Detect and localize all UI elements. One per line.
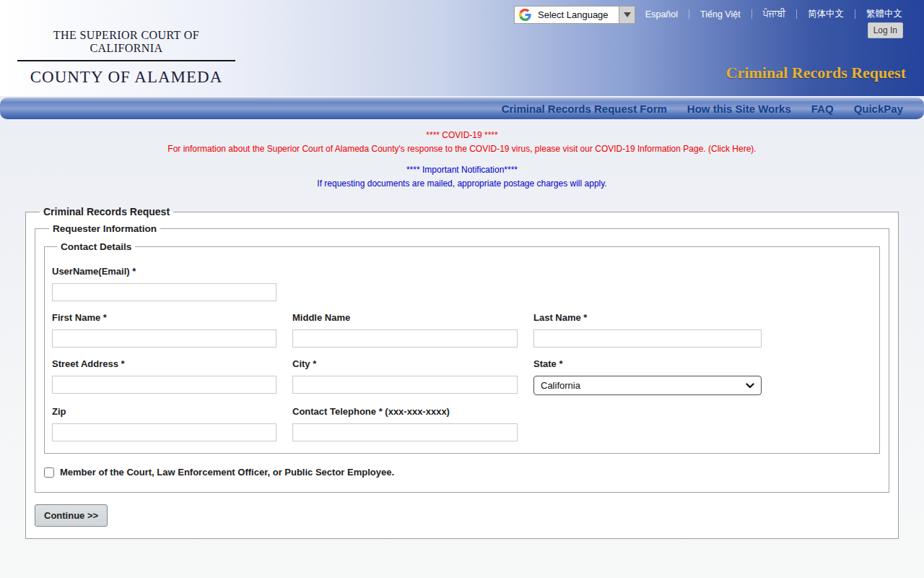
- username-label: UserName(Email) *: [52, 266, 276, 277]
- court-name-line1: THE SUPERIOR COURT OF CALIFORNIA: [17, 29, 235, 61]
- username-field-group: UserName(Email) *: [52, 255, 276, 301]
- dropdown-arrow-icon: [624, 12, 631, 17]
- separator: [855, 9, 855, 19]
- member-checkbox-label: Member of the Court, Law Enforcement Off…: [60, 467, 394, 478]
- phone-label: Contact Telephone * (xxx-xxx-xxxx): [292, 406, 518, 417]
- legend-criminal-records-request: Criminal Records Request: [40, 206, 173, 217]
- google-translate-widget[interactable]: Select Language: [514, 6, 635, 24]
- covid-notice-body: For information about the Superior Court…: [0, 144, 924, 154]
- form-row-name: First Name * Middle Name Last Name *: [52, 301, 872, 348]
- important-notification-title: **** Important Notification****: [0, 165, 924, 175]
- notices-block: **** COVID-19 **** For information about…: [0, 131, 924, 189]
- zip-field-group: Zip: [52, 395, 276, 441]
- fieldset-criminal-records-request: Criminal Records Request Requester Infor…: [25, 206, 899, 539]
- phone-input[interactable]: [292, 423, 518, 441]
- member-checkbox[interactable]: [44, 467, 54, 478]
- lang-link-traditional-chinese[interactable]: 繁體中文: [866, 8, 902, 20]
- criminal-records-request-form: Criminal Records Request Requester Infor…: [25, 206, 899, 539]
- street-address-label: Street Address *: [52, 358, 276, 369]
- translate-label: Select Language: [538, 9, 619, 20]
- last-name-label: Last Name *: [533, 312, 762, 323]
- important-notification-body: If requesting documents are mailed, appr…: [0, 179, 924, 189]
- nav-item-how-this-site-works[interactable]: How this Site Works: [687, 103, 791, 115]
- google-logo-icon: [519, 9, 531, 21]
- form-row-address: Street Address * City * State * Californ…: [52, 348, 872, 395]
- city-input[interactable]: [292, 376, 518, 394]
- main-navbar: Criminal Records Request Form How this S…: [0, 98, 924, 119]
- lang-link-punjabi[interactable]: ਪੰਜਾਬੀ: [763, 9, 785, 20]
- separator: [689, 9, 689, 19]
- state-select[interactable]: California: [533, 376, 762, 395]
- city-label: City *: [292, 358, 518, 369]
- page-title: Criminal Records Request: [726, 64, 906, 82]
- fieldset-requester-information: Requester Information Contact Details Us…: [35, 223, 889, 493]
- legend-contact-details: Contact Details: [57, 241, 135, 252]
- covid-notice-text: For information about the Superior Court…: [167, 144, 595, 154]
- zip-input[interactable]: [52, 423, 276, 441]
- continue-button[interactable]: Continue >>: [35, 504, 108, 527]
- first-name-label: First Name *: [52, 312, 276, 323]
- translate-dropdown-button[interactable]: [619, 7, 635, 23]
- member-checkbox-row: Member of the Court, Law Enforcement Off…: [44, 467, 880, 478]
- city-field-group: City *: [292, 348, 518, 395]
- street-address-input[interactable]: [52, 376, 276, 394]
- last-name-input[interactable]: [533, 329, 762, 348]
- state-select-value: California: [541, 380, 580, 391]
- court-name-line2: COUNTY OF ALAMEDA: [17, 68, 235, 87]
- covid-info-page-link[interactable]: COVID-19 Information Page. (Click Here).: [595, 144, 756, 154]
- middle-name-label: Middle Name: [292, 312, 518, 323]
- separator: [796, 9, 797, 19]
- street-address-field-group: Street Address *: [52, 348, 276, 395]
- state-field-group: State * California: [533, 348, 762, 395]
- chevron-down-icon: [746, 383, 754, 389]
- covid-notice-title: **** COVID-19 ****: [0, 131, 924, 140]
- nav-item-faq[interactable]: FAQ: [811, 103, 834, 115]
- form-row-username: UserName(Email) *: [52, 255, 872, 301]
- lang-link-simplified-chinese[interactable]: 简体中文: [808, 8, 844, 20]
- separator: [751, 9, 752, 19]
- language-links: Español Tiếng Việt ਪੰਜਾਬੀ 简体中文 繁體中文: [645, 8, 902, 20]
- fieldset-contact-details: Contact Details UserName(Email) * First …: [44, 241, 880, 454]
- legend-requester-information: Requester Information: [49, 223, 160, 234]
- form-row-zip-phone: Zip Contact Telephone * (xxx-xxx-xxxx): [52, 395, 872, 441]
- phone-field-group: Contact Telephone * (xxx-xxx-xxxx): [292, 395, 518, 441]
- middle-name-field-group: Middle Name: [292, 301, 518, 348]
- first-name-field-group: First Name *: [52, 301, 276, 348]
- nav-item-criminal-records-request-form[interactable]: Criminal Records Request Form: [502, 103, 667, 115]
- state-label: State *: [533, 358, 762, 369]
- middle-name-input[interactable]: [292, 329, 518, 348]
- lang-link-spanish[interactable]: Español: [645, 9, 678, 20]
- username-input[interactable]: [52, 283, 276, 301]
- zip-label: Zip: [52, 406, 276, 417]
- login-button[interactable]: Log In: [868, 22, 903, 38]
- last-name-field-group: Last Name *: [533, 301, 762, 348]
- lang-link-vietnamese[interactable]: Tiếng Việt: [700, 9, 741, 20]
- page-header: THE SUPERIOR COURT OF CALIFORNIA COUNTY …: [0, 0, 924, 96]
- first-name-input[interactable]: [52, 329, 276, 348]
- court-logo: THE SUPERIOR COURT OF CALIFORNIA COUNTY …: [17, 29, 235, 87]
- nav-item-quickpay[interactable]: QuickPay: [854, 103, 903, 115]
